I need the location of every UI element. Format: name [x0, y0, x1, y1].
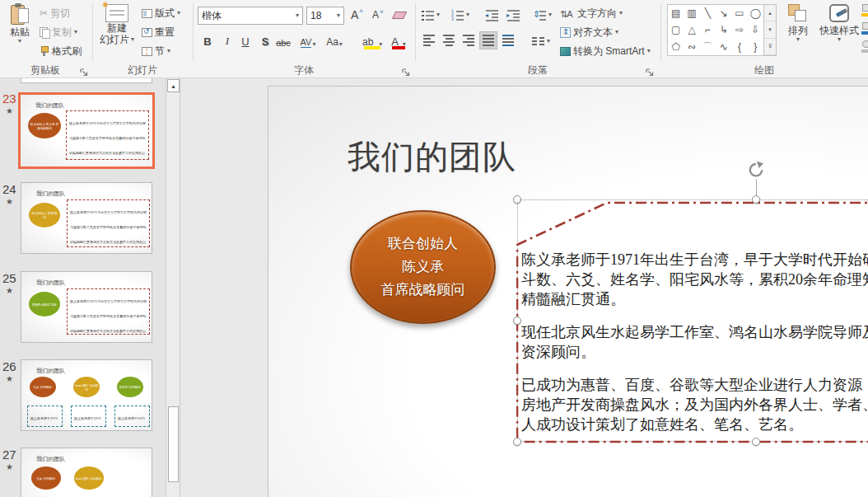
decrease-indent-button[interactable]	[486, 7, 498, 23]
clear-formatting-button[interactable]	[394, 7, 405, 23]
scrollbar-thumb[interactable]	[168, 406, 179, 482]
slide-thumbnail-24[interactable]: 我们的团队 联合创始人 首席 顾问 陈义承老师于1971年出生于台湾早于大学时代…	[21, 182, 152, 254]
text-box-icon[interactable]: ▤	[671, 8, 680, 18]
reset-button[interactable]: 重置	[142, 24, 175, 40]
gallery-scroll-up-icon[interactable]: ▴	[764, 5, 776, 21]
textbox-body-text[interactable]: 陈义承老师于1971年出生于台湾，早于大学时代开始研 斗数、六爻、姓名学、阳宅风…	[521, 250, 868, 448]
resize-handle-bottom-left[interactable]	[513, 438, 521, 446]
vertical-text-box-icon[interactable]: ▥	[687, 8, 696, 18]
slide-number-26[interactable]: 26	[2, 359, 19, 373]
slide-thumbnail-25[interactable]: 我们的团队 首席风水顾问 导师 陈义承老师于1971年出生于台湾早于大学时代开始…	[21, 271, 152, 343]
slide-thumbnail-26[interactable]: 我们的团队 专家 咨询顾问 team 团队 专家顾问 资深的 咨询顾问 陈义承老…	[21, 359, 152, 431]
arrange-button[interactable]: 排列 ▾	[781, 2, 815, 61]
slide-number-27[interactable]: 27	[2, 448, 19, 462]
text-direction-button[interactable]: 文字方向▾	[560, 5, 623, 21]
columns-button[interactable]: ▾	[532, 33, 550, 49]
paragraph-3: 已成功为惠普、百度、谷歌等大型企业进行人力资源（ 房地产开发商操盘风水；及为国内…	[521, 375, 868, 434]
quick-styles-button[interactable]: 快速样式 ▾	[817, 2, 861, 61]
elbow-arrow-connector-icon[interactable]: ↳	[720, 25, 728, 35]
mini-ellipse: 专家 咨询顾问	[30, 377, 56, 397]
rounded-rectangle-icon[interactable]: ▢	[671, 25, 680, 35]
paragraph-dialog-launcher[interactable]	[646, 65, 656, 75]
resize-handle-bottom-middle[interactable]	[752, 438, 760, 446]
rectangle-icon[interactable]: ▭	[735, 8, 744, 18]
underline-button[interactable]: U	[237, 31, 254, 49]
align-left-button[interactable]	[420, 31, 438, 49]
resize-handle-middle-left[interactable]	[513, 316, 521, 325]
oval-icon[interactable]: ◯	[750, 8, 761, 18]
mini-ellipse: 资深的 咨询顾问	[117, 377, 143, 397]
numbering-button[interactable]: ▾	[451, 7, 469, 23]
down-arrow-icon[interactable]: ⇩	[751, 25, 759, 35]
shrink-font-button[interactable]: A˅	[372, 7, 385, 23]
shape-fill-button[interactable]	[861, 4, 868, 17]
font-name-combo[interactable]: 楷体▾	[198, 7, 303, 25]
convert-to-smartart-button[interactable]: 转换为 SmartArt▾	[560, 43, 651, 59]
person-ellipse-shape[interactable]: 联合创始人 陈义承 首席战略顾问	[350, 210, 496, 324]
slide-number-24[interactable]: 24	[2, 182, 19, 196]
clipboard-dialog-launcher[interactable]	[80, 65, 90, 75]
gallery-scroll-down-icon[interactable]: ▾	[764, 21, 776, 38]
format-painter-button[interactable]: 格式刷	[40, 43, 82, 59]
slide-number-23[interactable]: 23	[2, 91, 19, 105]
elbow-connector-icon[interactable]: ⌐	[705, 25, 711, 35]
resize-handle-top-left[interactable]	[513, 195, 521, 204]
align-center-button[interactable]	[440, 31, 458, 49]
line-icon[interactable]: ╲	[705, 8, 711, 18]
scribble-icon[interactable]: ∾	[688, 42, 696, 52]
cut-button[interactable]: ✂ 剪切	[40, 5, 70, 21]
new-slide-button[interactable]: 新建 幻灯片▾	[97, 2, 137, 61]
right-brace-icon[interactable]: }	[754, 42, 757, 52]
rotation-handle-icon[interactable]	[747, 161, 765, 182]
gallery-more-icon[interactable]: ⊽	[764, 39, 776, 55]
mini-textbox: 陈义承老师于1971年出生于台湾早于大学时代开始研习紫微斗数六爻姓名学阳宅风水等…	[71, 406, 106, 427]
slide-title[interactable]: 我们的团队	[348, 134, 516, 180]
change-case-button[interactable]: Aa▾	[326, 31, 343, 49]
font-size-combo[interactable]: 18▾	[306, 7, 344, 25]
shapes-gallery[interactable]: ▤▥╲↘▭◯▢△⌐↳⇨⇩⬠∾⌒∿{}	[667, 4, 764, 56]
line-spacing-button[interactable]: ▾	[534, 7, 552, 23]
slide-thumbnail-27[interactable]: 我们的团队 专家 咨询顾问 team 团队 专家顾问 陈义承老师于1971年出生…	[21, 448, 152, 497]
left-brace-icon[interactable]: {	[738, 42, 741, 52]
shape-effects-button[interactable]	[861, 40, 868, 54]
arc-icon[interactable]: ⌒	[702, 42, 712, 52]
strikethrough-button[interactable]: abc	[275, 31, 292, 49]
shape-outline-button[interactable]	[861, 22, 868, 35]
font-color-button[interactable]: A ▾	[390, 31, 407, 49]
mini-textbox: 陈义承老师于1971年出生于台湾早于大学时代开始研习紫微斗数六爻姓名学阳宅风水等…	[67, 288, 150, 335]
right-arrow-icon[interactable]: ⇨	[735, 25, 744, 35]
mini-textbox: 陈义承老师于1971年出生于台湾早于大学时代开始研习紫微斗数六爻姓名学阳宅风水等…	[114, 406, 150, 427]
grow-font-button[interactable]: A˄	[351, 7, 365, 23]
align-right-button[interactable]	[460, 31, 478, 49]
highlight-color-button[interactable]: ab ▾	[362, 31, 382, 49]
bold-button[interactable]: B	[199, 31, 216, 49]
bullets-icon	[422, 10, 434, 21]
slide-canvas[interactable]: 我们的团队 联合创始人 陈义承 首席战略顾问	[268, 86, 868, 497]
italic-button[interactable]: I	[219, 31, 236, 49]
scroll-up-button[interactable]: ▲	[167, 79, 180, 92]
distributed-button[interactable]	[499, 31, 517, 49]
animation-star-icon: ★	[6, 197, 13, 206]
character-spacing-button[interactable]: AV▾	[300, 31, 316, 49]
thumbnail-scrollbar[interactable]: ▲	[166, 78, 180, 497]
justify-button[interactable]	[479, 31, 497, 49]
section-button[interactable]: 节 ▾	[142, 43, 170, 59]
text-shadow-button[interactable]: S	[257, 31, 273, 49]
increase-indent-button[interactable]	[507, 7, 520, 23]
align-text-button[interactable]: 对齐文本▾	[560, 24, 618, 40]
line-arrow-icon[interactable]: ↘	[720, 8, 728, 18]
previous-slide-fragment[interactable]	[21, 78, 152, 83]
layout-button[interactable]: 版式 ▾	[142, 5, 180, 21]
resize-handle-top-middle[interactable]	[752, 195, 760, 204]
slide-number-25[interactable]: 25	[2, 271, 19, 285]
paste-button[interactable]: 粘贴 ▾	[3, 2, 36, 61]
copy-button[interactable]: 复制 ▾	[40, 24, 77, 40]
slide-thumbnail-23[interactable]: 我们的团队 联合创始人 陈义承 首席战略顾问 陈义承老师于1971年出生于台湾早…	[18, 92, 155, 169]
curve-icon[interactable]: ∿	[720, 42, 728, 52]
bullets-button[interactable]: ▾	[422, 7, 440, 23]
font-dialog-launcher[interactable]	[402, 65, 412, 75]
align-center-icon	[443, 35, 455, 46]
shapes-gallery-scrollbar[interactable]: ▴ ▾ ⊽	[764, 4, 777, 56]
isosceles-triangle-icon[interactable]: △	[688, 25, 695, 35]
freeform-icon[interactable]: ⬠	[671, 42, 679, 52]
